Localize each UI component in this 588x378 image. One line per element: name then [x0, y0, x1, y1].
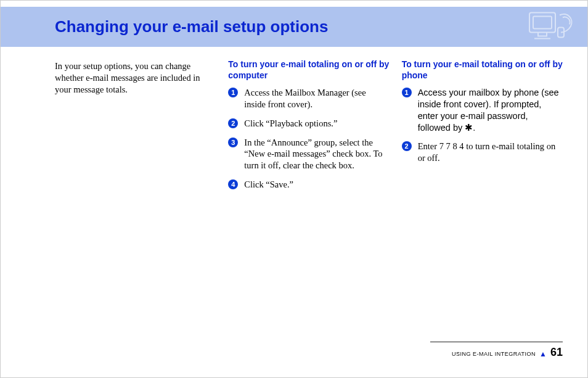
page-footer: USING E-MAIL INTEGRATION ▲ 61 — [430, 342, 563, 359]
step-number-icon: 1 — [402, 88, 412, 97]
content-columns: In your setup options, you can change wh… — [55, 59, 563, 198]
computer-phone-icon — [526, 9, 581, 43]
step-text: Enter 7 7 8 4 to turn e-mail totaling on… — [418, 141, 556, 163]
svg-rect-1 — [533, 16, 552, 28]
computer-steps-column: To turn your e-mail totaling on or off b… — [228, 59, 389, 198]
header-band: Changing your e-mail setup options — [1, 7, 587, 47]
step-number-icon: 1 — [228, 88, 238, 97]
computer-heading: To turn your e-mail totaling on or off b… — [228, 59, 389, 81]
footer-section-label: USING E-MAIL INTEGRATION — [452, 351, 536, 357]
step-number-icon: 4 — [228, 179, 238, 189]
document-page: Changing your e-mail setup options In yo… — [0, 0, 588, 378]
header-decorative-icons — [526, 9, 581, 45]
step-text: Access the Mailbox Manager (see inside f… — [244, 88, 365, 109]
page-number: 61 — [550, 346, 563, 359]
step-text: In the “Announce” group, select the “New… — [244, 138, 382, 171]
step-number-icon: 2 — [228, 118, 238, 128]
step-text: Click “Playback options.” — [244, 118, 337, 128]
phone-steps-column: To turn your e-mail totaling on or off b… — [402, 59, 563, 198]
list-item: 2Click “Playback options.” — [228, 118, 389, 129]
triangle-icon: ▲ — [539, 350, 547, 359]
computer-steps-list: 1Access the Mailbox Manager (see inside … — [228, 87, 389, 191]
intro-column: In your setup options, you can change wh… — [55, 59, 216, 198]
step-number-icon: 3 — [228, 138, 238, 147]
page-title: Changing your e-mail setup options — [55, 17, 328, 36]
list-item: 3In the “Announce” group, select the “Ne… — [228, 137, 389, 172]
step-number-icon: 2 — [402, 141, 412, 151]
list-item: 1Access your mailbox by phone (see insid… — [402, 87, 563, 133]
step-text: Click “Save.” — [244, 179, 293, 189]
step-text: Access your mailbox by phone (see inside… — [418, 88, 559, 133]
phone-steps-list: 1Access your mailbox by phone (see insid… — [402, 87, 563, 164]
list-item: 1Access the Mailbox Manager (see inside … — [228, 87, 389, 110]
list-item: 4Click “Save.” — [228, 179, 389, 191]
intro-text: In your setup options, you can change wh… — [55, 60, 216, 96]
list-item: 2Enter 7 7 8 4 to turn e-mail totaling o… — [402, 141, 563, 164]
phone-heading: To turn your e-mail totaling on or off b… — [402, 59, 563, 81]
